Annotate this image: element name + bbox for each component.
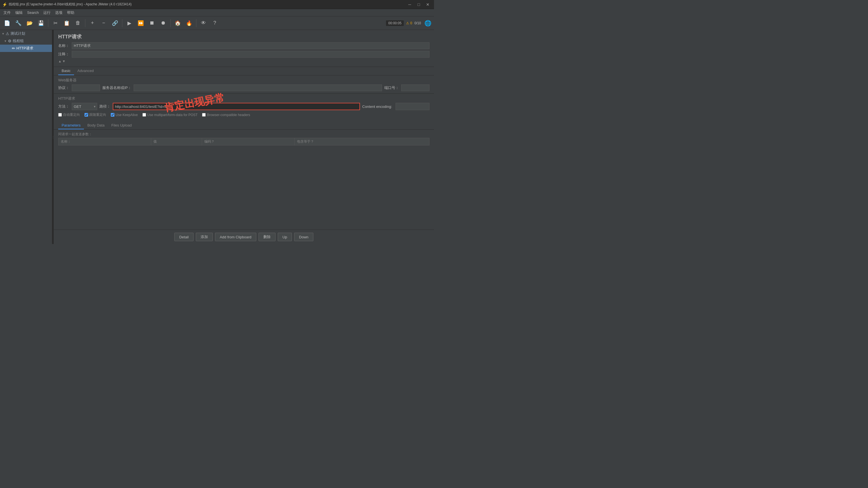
checkbox-multipart[interactable]: Use multipart/form-data for POST: [143, 113, 198, 117]
menu-options[interactable]: 选项: [53, 10, 65, 16]
warning-badge: ⚠ 0: [406, 21, 412, 25]
encoding-label: Content encoding:: [362, 104, 393, 109]
port-input[interactable]: [401, 85, 430, 91]
method-select-wrapper: GET POST PUT DELETE HEAD OPTIONS PATCH ▼: [72, 103, 97, 110]
multipart-checkbox[interactable]: [143, 113, 146, 117]
inner-tabs-bar: Parameters Body Data Files Upload: [54, 122, 434, 130]
params-together-label: 同请求一起发送参数：: [58, 132, 430, 137]
comment-label: 注释：: [58, 52, 69, 57]
multipart-label: Use multipart/form-data for POST: [147, 113, 198, 117]
checkbox-auto-redirect[interactable]: 自动重定向: [58, 112, 80, 117]
add-button[interactable]: 添加: [196, 233, 213, 241]
toolbar-sep-5: [196, 19, 196, 27]
toolbar-open[interactable]: 📂: [24, 18, 35, 29]
path-label: 路径：: [99, 104, 111, 109]
test-plan-icon: ⚠: [6, 31, 9, 36]
toolbar-new[interactable]: 📄: [2, 18, 12, 29]
toolbar-globe[interactable]: 🌐: [423, 19, 432, 28]
menu-run[interactable]: 运行: [41, 10, 53, 16]
menu-search[interactable]: Search: [25, 10, 41, 15]
encoding-input[interactable]: [396, 103, 430, 110]
sidebar-item-http-request[interactable]: ✏ HTTP请求: [0, 44, 52, 52]
delete-button[interactable]: 删除: [258, 233, 276, 241]
toolbar-templates[interactable]: 🔧: [13, 18, 24, 29]
params-empty-area: [58, 145, 430, 219]
checkboxes-row: 自动重定向 跟随重定向 Use KeepAlive Use multipart/…: [58, 112, 430, 117]
toolbar-stop[interactable]: ⏹: [147, 18, 157, 29]
auto-redirect-label: 自动重定向: [63, 112, 80, 117]
keepalive-checkbox[interactable]: [111, 113, 115, 117]
method-select[interactable]: GET POST PUT DELETE HEAD OPTIONS PATCH: [72, 103, 97, 110]
menu-file[interactable]: 文件: [1, 10, 13, 16]
toolbar-help[interactable]: ?: [209, 18, 220, 29]
follow-redirect-checkbox[interactable]: [85, 113, 88, 117]
checkbox-follow-redirect[interactable]: 跟随重定向: [85, 112, 106, 117]
sidebar-item-test-plan[interactable]: ▼ ⚠ 测试计划: [0, 30, 52, 37]
toolbar-shutdown[interactable]: ⏺: [158, 18, 169, 29]
toolbar-cut[interactable]: ✂: [50, 18, 61, 29]
minimize-button[interactable]: ─: [406, 1, 414, 8]
path-input[interactable]: [113, 103, 360, 110]
hostname-input[interactable]: [134, 85, 382, 91]
toolbar-clear-all[interactable]: 🔥: [184, 18, 194, 29]
tab-body-data[interactable]: Body Data: [84, 122, 108, 129]
timer-display: 00:00:05: [386, 20, 404, 26]
collapse-down-icon[interactable]: ▼: [62, 59, 66, 63]
sidebar: ▼ ⚠ 测试计划 ▼ ⚙ 线程组 ✏ HTTP请求: [0, 30, 52, 244]
checkbox-browser-headers[interactable]: Browser-compatible headers: [202, 113, 250, 117]
toolbar-start[interactable]: ▶: [124, 18, 135, 29]
toolbar-start-no-pauses[interactable]: ⏩: [135, 18, 146, 29]
web-server-section: Web服务器 协议： 服务器名称或IP： 端口号：: [54, 75, 434, 94]
toolbar-save[interactable]: 💾: [36, 18, 46, 29]
tab-parameters[interactable]: Parameters: [58, 122, 84, 129]
up-button[interactable]: Up: [278, 233, 292, 241]
sidebar-resize-handle[interactable]: [52, 30, 54, 244]
toolbar-right: 00:00:05 ⚠ 0 0/10 🌐: [386, 19, 432, 28]
page-title: HTTP请求: [58, 33, 430, 40]
warning-icon: ⚠: [406, 21, 409, 25]
main-layout: ▼ ⚠ 测试计划 ▼ ⚙ 线程组 ✏ HTTP请求 HTTP请求: [0, 30, 434, 244]
col-include-equals: 包含等于？: [295, 138, 430, 145]
thread-group-icon: ⚙: [8, 39, 11, 43]
browser-headers-label: Browser-compatible headers: [207, 113, 250, 117]
toolbar-remove[interactable]: −: [98, 18, 109, 29]
protocol-label: 协议：: [58, 85, 69, 90]
auto-redirect-checkbox[interactable]: [58, 113, 62, 117]
toolbar-copy[interactable]: 📋: [61, 18, 72, 29]
tab-basic[interactable]: Basic: [58, 67, 74, 75]
sidebar-item-thread-group[interactable]: ▼ ⚙ 线程组: [0, 37, 52, 44]
menu-edit[interactable]: 编辑: [13, 10, 25, 16]
collapse-up-icon[interactable]: ▲: [58, 59, 62, 63]
maximize-button[interactable]: □: [415, 1, 423, 8]
tab-advanced[interactable]: Advanced: [74, 67, 97, 75]
comment-input[interactable]: [72, 51, 430, 58]
add-from-clipboard-button[interactable]: Add from Clipboard: [215, 233, 256, 241]
checkbox-keepalive[interactable]: Use KeepAlive: [111, 113, 138, 117]
method-label: 方法：: [58, 104, 69, 109]
detail-button[interactable]: Detail: [174, 233, 193, 241]
http-request-icon: ✏: [12, 46, 15, 51]
http-request-title: HTTP请求: [58, 96, 430, 101]
sidebar-label-http-request: HTTP请求: [17, 46, 33, 51]
content-area: HTTP请求 名称： 注释： ▲ ▼ Basic Advanced: [54, 30, 434, 244]
toolbar-search[interactable]: 👁: [198, 18, 209, 29]
protocol-input[interactable]: [72, 85, 100, 91]
menu-help[interactable]: 帮助: [65, 10, 76, 16]
tab-files-upload[interactable]: Files Upload: [108, 122, 135, 129]
toolbar-link[interactable]: 🔗: [110, 18, 120, 29]
toolbar-clear[interactable]: 🏠: [173, 18, 183, 29]
toolbar-add[interactable]: +: [87, 18, 98, 29]
browser-headers-checkbox[interactable]: [202, 113, 206, 117]
tree-toggle-1: ▼: [2, 32, 6, 35]
name-input[interactable]: [72, 42, 430, 49]
bottom-bar: Detail 添加 Add from Clipboard 删除 Up Down: [54, 230, 434, 244]
down-button[interactable]: Down: [294, 233, 313, 241]
sidebar-label-test-plan: 测试计划: [10, 31, 25, 36]
name-label: 名称：: [58, 43, 69, 48]
toolbar: 📄 🔧 📂 💾 ✂ 📋 🗑 + − 🔗 ▶ ⏩ ⏹ ⏺ 🏠 🔥 👁 ? 00:0…: [0, 17, 434, 30]
close-button[interactable]: ✕: [424, 1, 432, 8]
app-icon: ⚡: [2, 2, 7, 7]
toolbar-sep-3: [122, 19, 122, 27]
toolbar-delete[interactable]: 🗑: [73, 18, 83, 29]
col-value: 值: [151, 138, 202, 145]
